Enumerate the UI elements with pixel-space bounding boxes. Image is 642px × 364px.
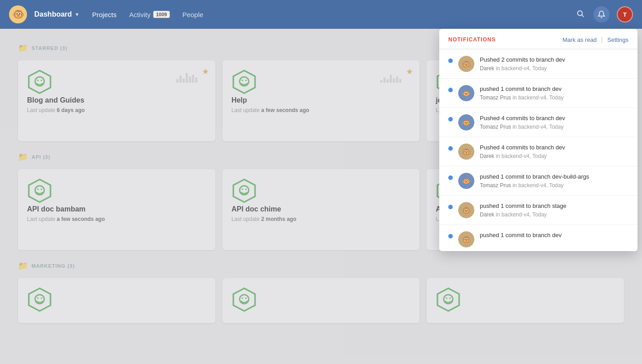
- marketing-section-header: 📁 MARKETING (3): [18, 261, 624, 271]
- mark-as-read-button[interactable]: Mark as read: [563, 36, 597, 43]
- notif-content: pushed 1 commit to branch dev: [480, 231, 628, 241]
- svg-marker-6: [233, 71, 255, 93]
- unread-dot: [448, 117, 453, 121]
- card-title: Help: [232, 96, 411, 104]
- marketing-section-title: MARKETING (3): [32, 263, 75, 269]
- card-title: Blog and Guides: [27, 96, 206, 104]
- api-section-title: API (3): [32, 154, 50, 160]
- starred-section-title: STARRED (3): [32, 45, 68, 51]
- notif-content: pushed 1 commit to branch dev Tomasz Pru…: [480, 85, 628, 101]
- project-logo: [27, 287, 206, 314]
- notif-avatar: 🐵: [458, 202, 474, 218]
- svg-point-32: [241, 297, 243, 299]
- notif-content: pushed 1 commit to branch stage Darek in…: [480, 202, 628, 218]
- card-title: API doc chime: [232, 205, 411, 213]
- notif-message: pushed 1 commit to branch dev-build-args: [480, 173, 628, 181]
- mini-chart: [380, 69, 401, 83]
- svg-marker-26: [29, 288, 50, 311]
- notif-message: Pushed 2 commits to branch dev: [480, 56, 628, 64]
- unread-dot: [448, 175, 453, 180]
- card-update: Last update a few seconds ago: [232, 107, 411, 113]
- notification-item: 🐵 pushed 1 commit to branch dev-build-ar…: [439, 166, 637, 196]
- svg-point-16: [37, 189, 38, 190]
- notif-message: pushed 1 commit to branch stage: [480, 202, 628, 210]
- app-logo[interactable]: 🐵: [9, 5, 27, 23]
- notification-item: 🐵 Pushed 4 commits to branch dev Darek i…: [439, 137, 637, 166]
- card-update: Last update 2 months ago: [232, 216, 411, 222]
- notification-item: 🐵 pushed 1 commit to branch dev Tomasz P…: [439, 79, 637, 108]
- svg-point-21: [245, 189, 246, 190]
- svg-point-29: [41, 297, 42, 299]
- chevron-down-icon: ▼: [75, 12, 80, 17]
- topnav-right: T: [574, 6, 633, 22]
- notif-message: pushed 1 commit to branch dev: [480, 231, 628, 239]
- unread-dot: [448, 205, 453, 209]
- svg-point-20: [241, 189, 243, 190]
- dashboard-menu[interactable]: Dashboard ▼: [34, 10, 79, 18]
- notifications-title: NOTIFICATIONS: [448, 36, 496, 43]
- svg-marker-18: [233, 180, 255, 202]
- svg-point-28: [37, 297, 38, 299]
- svg-point-9: [245, 80, 246, 81]
- card-mkt3[interactable]: [427, 278, 624, 323]
- nav-link-projects[interactable]: Projects: [92, 11, 116, 18]
- svg-point-36: [446, 297, 447, 299]
- notif-meta: Darek in backend-v4, Today: [480, 65, 628, 72]
- notif-avatar: 🐵: [458, 56, 474, 72]
- notifications-popup: NOTIFICATIONS Mark as read | Settings 🐵 …: [439, 29, 637, 251]
- star-icon: ★: [202, 67, 209, 76]
- settings-link[interactable]: Settings: [607, 36, 628, 43]
- card-update: Last update 6 days ago: [27, 107, 206, 113]
- notif-meta: Tomasz Prus in backend-v4, Today: [480, 124, 628, 130]
- user-avatar[interactable]: T: [617, 6, 633, 22]
- notifications-header: NOTIFICATIONS Mark as read | Settings: [439, 29, 637, 49]
- notif-avatar: 🐵: [458, 231, 474, 247]
- dashboard-label: Dashboard: [34, 10, 72, 18]
- card-update: Last update a few seconds ago: [27, 216, 206, 222]
- notifications-button[interactable]: [593, 6, 610, 22]
- card-blog-guides[interactable]: ★ Blog and Guides: [18, 60, 215, 141]
- notif-avatar: 🐵: [458, 114, 474, 130]
- unread-dot: [448, 88, 453, 92]
- svg-marker-14: [29, 180, 50, 202]
- svg-point-0: [578, 11, 583, 16]
- notification-item: 🐵 Pushed 2 commits to branch dev Darek i…: [439, 49, 637, 79]
- unread-dot: [448, 234, 453, 238]
- svg-point-17: [41, 189, 42, 190]
- search-button[interactable]: [574, 8, 586, 22]
- notif-message: Pushed 4 commits to branch dev: [480, 114, 628, 122]
- svg-point-4: [37, 80, 38, 81]
- nav-links: Projects Activity 1009 People: [92, 11, 574, 18]
- project-logo: [232, 287, 411, 314]
- notif-content: pushed 1 commit to branch dev-build-args…: [480, 173, 628, 189]
- notif-content: Pushed 4 commits to branch dev Tomasz Pr…: [480, 114, 628, 130]
- unread-dot: [448, 146, 453, 151]
- project-logo: [436, 287, 615, 314]
- card-help[interactable]: ★ Help Last upd: [223, 60, 420, 141]
- mini-chart: [176, 69, 197, 83]
- notification-item: 🐵 pushed 1 commit to branch stage Darek …: [439, 196, 637, 225]
- notif-actions: Mark as read | Settings: [563, 36, 629, 43]
- card-title: API doc bambam: [27, 205, 206, 213]
- folder-icon: 📁: [18, 261, 28, 271]
- svg-line-1: [582, 15, 583, 17]
- notif-content: Pushed 2 commits to branch dev Darek in …: [480, 56, 628, 72]
- notif-meta: Tomasz Prus in backend-v4, Today: [480, 94, 628, 101]
- notif-meta: Darek in backend-v4, Today: [480, 211, 628, 218]
- card-mkt2[interactable]: [223, 278, 420, 323]
- nav-link-activity[interactable]: Activity 1009: [129, 11, 170, 18]
- project-logo: [232, 178, 411, 205]
- svg-point-37: [450, 297, 451, 299]
- card-api-doc-bambam[interactable]: API doc bambam Last update a few seconds…: [18, 169, 215, 250]
- card-mkt1[interactable]: [18, 278, 215, 323]
- notif-avatar: 🐵: [458, 144, 474, 160]
- unread-dot: [448, 58, 453, 63]
- notif-meta: Tomasz Prus in backend-v4, Today: [480, 182, 628, 189]
- svg-marker-34: [437, 288, 459, 311]
- nav-link-people[interactable]: People: [182, 11, 204, 18]
- notif-message: pushed 1 commit to branch dev: [480, 85, 628, 93]
- activity-badge: 1009: [153, 11, 169, 18]
- notification-item: 🐵 Pushed 4 commits to branch dev Tomasz …: [439, 108, 637, 137]
- card-api-doc-chime[interactable]: API doc chime Last update 2 months ago: [223, 169, 420, 250]
- svg-point-8: [241, 80, 243, 81]
